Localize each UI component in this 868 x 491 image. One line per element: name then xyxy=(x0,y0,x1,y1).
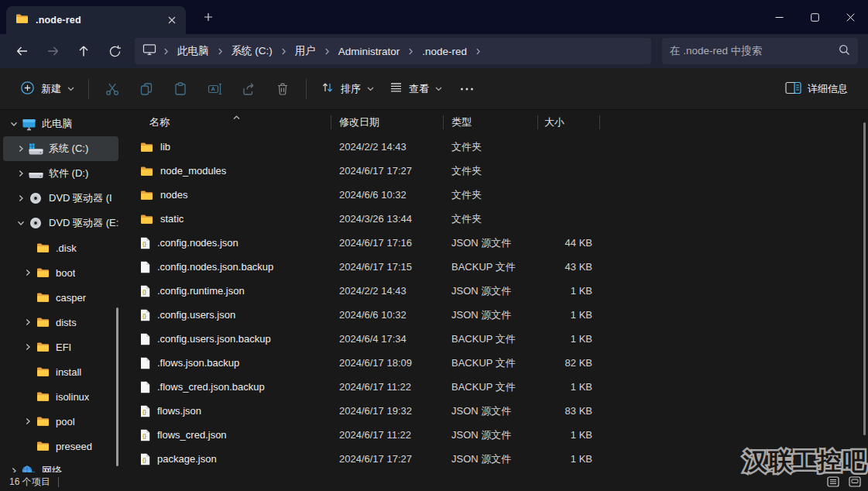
file-explorer-window: .node-red xyxy=(0,0,868,491)
search-input[interactable]: 在 .node-red 中搜索 xyxy=(662,38,858,64)
new-button-label: 新建 xyxy=(41,82,61,96)
svg-text:{}: {} xyxy=(142,457,147,463)
chevron-down-icon xyxy=(435,87,442,91)
up-button[interactable] xyxy=(68,38,99,64)
file-row[interactable]: node_modules2024/6/17 17:27文件夹 xyxy=(126,159,868,183)
sidebar-item[interactable]: .disk xyxy=(3,235,118,260)
breadcrumb-item[interactable]: 此电脑 xyxy=(176,43,211,60)
svg-text:{}: {} xyxy=(142,289,147,295)
delete-button[interactable] xyxy=(266,75,300,103)
navigation-pane: 此电脑系统 (C:)软件 (D:)DVD 驱动器 (IDVD 驱动器 (E:.d… xyxy=(0,110,126,472)
folder-icon xyxy=(34,342,51,352)
address-bar[interactable]: 此电脑系统 (C:)用户Administrator.node-red xyxy=(135,38,651,64)
paste-button[interactable] xyxy=(163,75,197,103)
tree-chevron-icon[interactable] xyxy=(22,417,34,425)
forward-button[interactable] xyxy=(37,38,68,64)
sidebar-scrollbar[interactable] xyxy=(116,307,118,466)
breadcrumb-item[interactable]: Administrator xyxy=(337,44,402,59)
sidebar-item[interactable]: pool xyxy=(3,409,118,434)
sidebar-item[interactable]: boot xyxy=(3,260,118,285)
details-view-toggle[interactable] xyxy=(825,474,842,489)
sidebar-item[interactable]: isolinux xyxy=(3,384,118,409)
new-tab-button[interactable] xyxy=(197,5,220,29)
sidebar-item[interactable]: casper xyxy=(3,285,118,310)
file-row[interactable]: {}package.json2024/6/17 17:27JSON 源文件1 K… xyxy=(126,447,868,471)
share-button[interactable] xyxy=(232,75,266,103)
back-button[interactable] xyxy=(6,38,37,64)
file-row[interactable]: nodes2024/6/6 10:32文件夹 xyxy=(126,183,868,207)
file-row[interactable]: {}.config.runtime.json2024/2/2 14:43JSON… xyxy=(126,279,868,303)
file-row[interactable]: .config.users.json.backup2024/6/4 17:34B… xyxy=(126,327,868,351)
file-type: JSON 源文件 xyxy=(444,404,538,418)
tree-chevron-icon[interactable] xyxy=(8,467,20,472)
column-header-date-modified[interactable]: 修改日期 xyxy=(331,110,444,135)
copy-button[interactable] xyxy=(129,75,163,103)
file-name: .config.runtime.json xyxy=(157,285,245,297)
file-row[interactable]: {}.config.users.json2024/6/6 10:32JSON 源… xyxy=(126,303,868,327)
file-row[interactable]: {}flows_cred.json2024/6/17 11:22JSON 源文件… xyxy=(126,423,868,447)
tree-chevron-icon[interactable] xyxy=(22,318,34,326)
file-row[interactable]: .flows.json.backup2024/6/17 18:09BACKUP … xyxy=(126,351,868,375)
column-header-name[interactable]: 名称 xyxy=(126,110,331,135)
rename-button[interactable] xyxy=(197,75,232,103)
tab-close-icon[interactable] xyxy=(163,11,181,29)
file-row[interactable]: .flows_cred.json.backup2024/6/17 11:22BA… xyxy=(126,375,868,399)
file-name: .config.nodes.json xyxy=(157,237,238,249)
sidebar-item[interactable]: DVD 驱动器 (I xyxy=(3,186,118,211)
file-size: 1 KB xyxy=(538,333,600,345)
minimize-button[interactable] xyxy=(761,0,797,34)
cut-button[interactable] xyxy=(95,75,129,103)
details-pane-button[interactable]: 详细信息 xyxy=(777,76,856,102)
close-button[interactable] xyxy=(832,0,868,34)
explorer-tab[interactable]: .node-red xyxy=(6,6,186,34)
maximize-button[interactable] xyxy=(797,0,832,34)
sidebar-item[interactable]: 软件 (D:) xyxy=(3,161,118,186)
refresh-button[interactable] xyxy=(99,38,130,64)
file-list-scrollbar[interactable] xyxy=(863,122,866,435)
sidebar-item[interactable]: install xyxy=(3,359,118,384)
file-date-modified: 2024/6/17 17:27 xyxy=(331,165,444,177)
sidebar-item[interactable]: 网络 xyxy=(3,458,118,472)
file-date-modified: 2024/6/17 11:22 xyxy=(331,381,444,393)
large-icons-view-toggle[interactable] xyxy=(846,474,863,489)
file-size: 1 KB xyxy=(538,285,600,297)
sidebar-item[interactable]: EFI xyxy=(3,335,118,359)
details-pane-label: 详细信息 xyxy=(808,82,848,96)
breadcrumb-item[interactable]: 用户 xyxy=(293,43,317,60)
tree-chevron-icon[interactable] xyxy=(15,170,27,177)
new-button[interactable]: 新建 xyxy=(12,75,82,103)
column-header-type[interactable]: 类型 xyxy=(444,110,538,135)
breadcrumb-item[interactable]: .node-red xyxy=(420,44,468,59)
folder-icon xyxy=(140,166,153,177)
tree-chevron-icon[interactable] xyxy=(15,220,27,226)
sidebar-item[interactable]: preseed xyxy=(3,434,118,458)
sidebar-item[interactable]: dists xyxy=(3,310,118,335)
file-date-modified: 2024/2/2 14:43 xyxy=(331,285,444,297)
tree-chevron-icon[interactable] xyxy=(15,145,27,153)
file-name: nodes xyxy=(160,189,187,201)
window-controls xyxy=(761,0,868,34)
sort-button[interactable]: 排序 xyxy=(313,75,382,102)
tree-chevron-icon[interactable] xyxy=(15,194,27,202)
file-date-modified: 2024/6/17 18:09 xyxy=(331,357,444,369)
folder-icon xyxy=(34,391,51,402)
more-options-button[interactable] xyxy=(450,75,484,103)
file-type: 文件夹 xyxy=(444,212,538,226)
tree-chevron-icon[interactable] xyxy=(8,121,20,127)
file-row[interactable]: .config.nodes.json.backup2024/6/17 17:15… xyxy=(126,255,868,279)
view-button[interactable]: 查看 xyxy=(382,76,450,101)
tree-chevron-icon[interactable] xyxy=(22,343,34,351)
sidebar-item[interactable]: 此电脑 xyxy=(3,112,118,136)
sidebar-item[interactable]: DVD 驱动器 (E: xyxy=(3,211,118,235)
column-header-size[interactable]: 大小 xyxy=(538,110,600,135)
file-row[interactable]: {}.config.nodes.json2024/6/17 17:16JSON … xyxy=(126,231,868,255)
file-row[interactable]: lib2024/2/2 14:43文件夹 xyxy=(126,135,868,159)
breadcrumb-chevron-icon xyxy=(218,48,223,55)
file-row[interactable]: {}flows.json2024/6/17 19:32JSON 源文件83 KB xyxy=(126,399,868,423)
breadcrumb-item[interactable]: 系统 (C:) xyxy=(230,43,274,60)
tree-chevron-icon[interactable] xyxy=(22,269,34,276)
file-row[interactable]: static2024/3/26 13:44文件夹 xyxy=(126,207,868,231)
file-name: .config.nodes.json.backup xyxy=(157,261,273,273)
file-date-modified: 2024/6/17 17:15 xyxy=(331,261,444,273)
sidebar-item[interactable]: 系统 (C:) xyxy=(3,136,118,161)
